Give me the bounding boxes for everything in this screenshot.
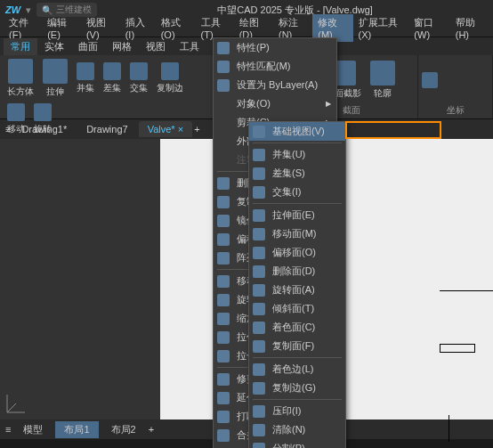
layout-menu-icon[interactable]: ≡ — [5, 424, 11, 435]
menu-help[interactable]: 帮助(H) — [450, 14, 489, 42]
menu-item-label: 差集(S) — [272, 167, 305, 180]
solidedit-menu-item[interactable]: 拉伸面(E) — [249, 206, 345, 224]
solidedit-menu-item[interactable]: 清除(N) — [249, 420, 345, 439]
tool-label: 复制边 — [157, 82, 183, 94]
modify-menu-item[interactable]: 特性(P) — [214, 38, 336, 57]
tool-copyedge[interactable]: 复制边 — [153, 61, 187, 96]
menu-item-icon — [217, 42, 230, 54]
menu-item-icon — [253, 322, 265, 334]
layout-tab-layout1[interactable]: 布局1 — [55, 421, 98, 438]
solidedit-menu-item[interactable]: 压印(I) — [249, 402, 345, 420]
menu-item-label: 拉伸面(E) — [272, 208, 315, 222]
solidedit-menu-item[interactable]: 并集(U) — [249, 145, 345, 164]
menu-item-icon — [253, 247, 265, 259]
menu-item-icon — [217, 411, 230, 423]
menu-item-label: 复制面(F) — [272, 339, 314, 353]
tool-profile[interactable]: 轮廓 — [367, 59, 399, 102]
doc-tab[interactable]: Drawing7 — [77, 121, 136, 137]
menu-separator — [253, 143, 342, 143]
box-icon — [8, 59, 33, 84]
ribbon-tab-home[interactable]: 常用 — [4, 38, 37, 55]
menu-item-icon — [253, 340, 265, 353]
coord-icon[interactable] — [422, 72, 438, 88]
menu-item-label: 交集(I) — [272, 185, 301, 199]
layout-tab-layout2[interactable]: 布局2 — [102, 421, 145, 438]
solidedit-menu-item[interactable]: 倾斜面(T) — [249, 299, 345, 318]
add-tab-icon[interactable]: + — [194, 124, 199, 134]
modify-menu-item[interactable]: 对象(O)▶ — [214, 94, 336, 113]
menu-item-icon — [217, 429, 230, 442]
menu-item-icon — [217, 392, 230, 404]
menu-item-icon — [253, 167, 265, 180]
ribbon-tab-solid[interactable]: 实体 — [37, 38, 71, 55]
solidedit-menu-item[interactable]: 复制面(F) — [249, 337, 345, 355]
rotate-icon — [34, 103, 52, 121]
menu-extensions[interactable]: 扩展工具(X) — [353, 14, 409, 42]
modify-menu-item[interactable]: 设置为 ByLayer(A) — [214, 76, 336, 94]
menu-item-label: 清除(N) — [272, 423, 305, 436]
menu-window[interactable]: 窗口(W) — [408, 14, 449, 42]
tool-extrude[interactable]: 拉伸 — [39, 57, 71, 100]
ribbon-tab-view[interactable]: 视图 — [139, 38, 173, 55]
menu-separator — [253, 399, 342, 400]
menu-item-icon — [253, 443, 265, 449]
solid-edit-submenu: 基础视图(V)并集(U)差集(S)交集(I)拉伸面(E)移动面(M)偏移面(O)… — [248, 121, 346, 448]
ribbon-tab-surface[interactable]: 曲面 — [71, 38, 105, 55]
solidedit-menu-item[interactable]: 交集(I) — [249, 183, 345, 201]
menu-item-label: 着色面(C) — [272, 321, 315, 334]
union-icon — [77, 62, 94, 80]
tool-label: 拉伸 — [46, 86, 64, 98]
menu-item-icon — [217, 350, 230, 362]
menu-separator — [253, 357, 342, 358]
menu-item-label: 着色边(L) — [272, 362, 313, 376]
solidedit-menu-item[interactable]: 差集(S) — [249, 164, 345, 183]
menu-item-icon — [253, 405, 265, 418]
add-layout-icon[interactable]: + — [149, 424, 154, 435]
close-icon[interactable]: × — [178, 124, 183, 134]
solidedit-menu-item[interactable]: 偏移面(O) — [249, 243, 345, 262]
tool-label: 交集 — [130, 82, 148, 94]
modify-menu-item[interactable]: 特性匹配(M) — [214, 57, 336, 76]
solidedit-menu-item[interactable]: 旋转面(A) — [249, 281, 345, 299]
menu-item-label: 复制边(G) — [272, 381, 316, 395]
doc-tab[interactable]: Drawing1* — [12, 121, 76, 137]
solidedit-menu-item[interactable]: 分割(P) — [249, 439, 345, 448]
solidedit-menu-item[interactable]: 删除面(D) — [249, 262, 345, 281]
tool-label: 并集 — [77, 82, 94, 94]
solidedit-menu-item[interactable]: 着色面(C) — [249, 318, 345, 337]
menu-item-label: 特性(P) — [237, 41, 270, 54]
solidedit-menu-item[interactable]: 复制边(G) — [249, 379, 345, 397]
menu-item-label: 压印(I) — [272, 404, 301, 418]
tool-label: 长方体 — [7, 86, 34, 98]
tool-subtract[interactable]: 差集 — [100, 61, 125, 96]
doc-tab[interactable]: Valve* × — [139, 121, 192, 137]
menu-item-icon — [253, 126, 265, 138]
menu-item-icon — [217, 196, 230, 208]
menu-item-label: 分割(P) — [272, 442, 305, 448]
menu-item-icon — [217, 79, 230, 92]
menu-item-icon — [217, 177, 230, 190]
layout-tab-model[interactable]: 模型 — [14, 421, 52, 438]
solidedit-menu-item[interactable]: 着色边(L) — [249, 360, 345, 379]
menu-bar: 文件(F) 编辑(E) 视图(V) 插入(I) 格式(O) 工具(T) 绘图(D… — [0, 20, 493, 37]
tabs-menu-icon[interactable]: ≡ — [5, 124, 11, 134]
doc-tab-label: Valve* — [148, 124, 175, 134]
menu-item-icon — [217, 294, 230, 306]
drawing-content — [440, 166, 493, 415]
menu-item-icon — [217, 61, 230, 73]
ribbon-tab-mesh[interactable]: 网格 — [105, 38, 139, 55]
menu-item-label: 移动面(M) — [272, 227, 317, 240]
menu-item-icon — [253, 382, 265, 395]
menu-item-label: 倾斜面(T) — [272, 302, 314, 315]
tool-union[interactable]: 并集 — [73, 61, 98, 96]
ribbon-tab-tools[interactable]: 工具 — [173, 38, 206, 55]
intersect-icon — [130, 62, 148, 80]
tool-label: 差集 — [103, 82, 121, 94]
menu-item-icon — [217, 233, 230, 246]
menu-item-label: 对象(O) — [237, 97, 271, 110]
tool-intersect[interactable]: 交集 — [126, 61, 151, 96]
solidedit-menu-item[interactable]: 移动面(M) — [249, 224, 345, 243]
tool-box[interactable]: 长方体 — [4, 57, 37, 100]
solidedit-menu-item[interactable]: 基础视图(V) — [249, 122, 345, 141]
menu-item-icon — [217, 373, 230, 386]
